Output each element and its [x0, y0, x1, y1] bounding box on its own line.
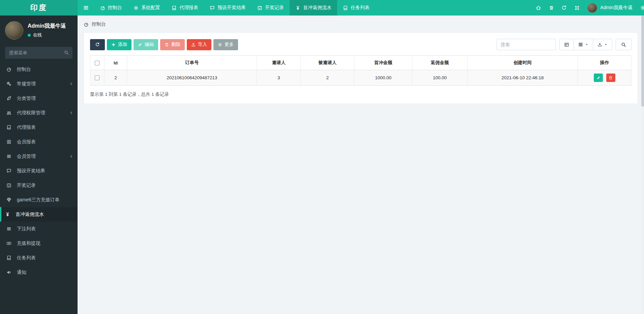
topnav-tab-task-list[interactable]: 任务列表: [337, 0, 375, 16]
home-icon[interactable]: [532, 0, 545, 16]
trash-icon[interactable]: [545, 0, 558, 16]
sidebar-item-preset-results[interactable]: 预设开奖结果: [0, 164, 78, 178]
sidebar-item-member-report[interactable]: 会员报表: [0, 135, 78, 149]
cell-invitee: 2: [301, 70, 354, 86]
topnav-tab-system-config[interactable]: 系统配置: [128, 0, 166, 16]
fullscreen-icon[interactable]: [570, 0, 583, 16]
delete-button[interactable]: 删除: [160, 39, 185, 50]
sidebar-item-recharge-withdraw[interactable]: 充值和提现: [0, 236, 78, 251]
sidebar-item-game6-recharge-orders[interactable]: game6三方充值订单: [0, 193, 78, 207]
row-checkbox[interactable]: [95, 76, 99, 80]
sidebar-user-panel: Admin我最牛逼 在线: [0, 16, 78, 44]
export-icon: [597, 42, 602, 47]
sidebar-username: Admin我最牛逼: [28, 23, 66, 30]
gauge-icon: [100, 5, 105, 10]
search-submit-button[interactable]: [616, 39, 632, 50]
column-header-inviter[interactable]: 邀请人: [257, 56, 301, 70]
column-header-order-no[interactable]: 订单号: [127, 56, 257, 70]
breadcrumb-label: 控制台: [92, 21, 106, 27]
add-button[interactable]: 添加: [107, 39, 131, 50]
cell-first-charge-amount: 1000.00: [354, 70, 412, 86]
search-icon: [64, 50, 69, 55]
chevron-left-icon: [69, 82, 73, 86]
topbar-right: Admin我最牛逼: [532, 0, 644, 16]
column-header-created-at[interactable]: 创建时间: [467, 56, 578, 70]
id-card-icon: [6, 139, 17, 144]
sidebar-item-bet-list[interactable]: 下注列表: [0, 222, 78, 236]
table-header-row: Id 订单号 邀请人 被邀请人 首冲金额 返佣金额 创建时间 操作: [90, 56, 632, 70]
user-menu[interactable]: Admin我最牛逼: [583, 3, 637, 13]
calendar-check-icon: [6, 183, 17, 188]
sidebar-item-dashboard[interactable]: 控制台: [0, 62, 78, 77]
book-icon: [6, 125, 17, 130]
column-header-id[interactable]: Id: [104, 56, 127, 70]
gear-icon[interactable]: [637, 0, 644, 16]
comment-icon: [6, 168, 17, 173]
topnav-tab-lottery-records[interactable]: 开奖记录: [252, 0, 290, 16]
scrollbar-thumb[interactable]: [641, 16, 644, 107]
avatar: [587, 3, 597, 13]
sidebar-item-lottery-records[interactable]: 开奖记录: [0, 178, 78, 193]
menu-search-input[interactable]: [5, 47, 72, 59]
chevron-left-icon: [69, 154, 73, 158]
topnav-tab-agent-report[interactable]: 代理报表: [166, 0, 204, 16]
sidebar-item-agent-permission-mgmt[interactable]: 代理权限管理: [0, 106, 78, 120]
cell-commission-amount: 100.00: [412, 70, 467, 86]
topnav-tab-first-charge-rebate[interactable]: 首冲返佣流水: [290, 0, 337, 16]
sidebar-toggle-button[interactable]: [78, 0, 94, 16]
toolbar-right: [497, 39, 632, 50]
toggle-view-button[interactable]: [559, 39, 574, 50]
yen-icon: [295, 5, 300, 10]
row-edit-button[interactable]: [594, 74, 603, 82]
cell-order-no: 20210610064209487213: [127, 70, 257, 86]
app-logo[interactable]: 印度: [0, 0, 78, 16]
users-icon: [6, 110, 17, 115]
main-content: 控制台 添加 编辑 删除 导入 更: [78, 16, 644, 314]
book-icon: [343, 5, 348, 10]
table-search-input[interactable]: [497, 39, 556, 50]
record-summary: 显示第 1 到第 1 条记录，总共 1 条记录: [90, 91, 632, 97]
cell-inviter: 3: [257, 70, 301, 86]
sidebar-item-first-charge-rebate[interactable]: 首冲返佣流水: [0, 207, 78, 222]
topnav-tab-preset-results[interactable]: 预设开奖结果: [204, 0, 252, 16]
bullhorn-icon: [6, 270, 17, 275]
gauge-icon: [6, 67, 17, 72]
sidebar-item-task-list[interactable]: 任务列表: [0, 251, 78, 265]
row-delete-button[interactable]: [606, 74, 615, 82]
username-label: Admin我最牛逼: [600, 5, 633, 11]
scrollbar-track[interactable]: [641, 16, 644, 314]
select-all-checkbox[interactable]: [95, 61, 99, 65]
caret-down-icon: [585, 43, 588, 46]
column-header-invitee[interactable]: 被邀请人: [301, 56, 354, 70]
list-icon: [6, 226, 17, 231]
clear-cache-icon[interactable]: [558, 0, 570, 16]
more-button[interactable]: 更多: [213, 39, 238, 50]
top-nav: 控制台 系统配置 代理报表 预设开奖结果 开奖记录 首冲返佣流水 任务列表: [78, 0, 375, 16]
sidebar-item-general-mgmt[interactable]: 常规管理: [0, 77, 78, 91]
import-button[interactable]: 导入: [187, 39, 211, 50]
sidebar-item-agent-report[interactable]: 代理报表: [0, 120, 78, 135]
topbar: 印度 控制台 系统配置 代理报表 预设开奖结果 开奖记录 首冲: [0, 0, 644, 16]
sidebar-menu: 控制台 常规管理 分类管理 代理权限管理 代理报表 会员报表 会员管理: [0, 62, 78, 280]
refresh-button[interactable]: [90, 39, 105, 50]
topnav-tab-dashboard[interactable]: 控制台: [94, 0, 128, 16]
breadcrumb: 控制台: [78, 16, 644, 32]
cell-id: 2: [104, 70, 127, 86]
edit-button[interactable]: 编辑: [134, 39, 158, 50]
column-header-commission-amount[interactable]: 返佣金额: [412, 56, 467, 70]
leaf-icon: [6, 96, 17, 101]
sidebar-item-member-mgmt[interactable]: 会员管理: [0, 149, 78, 164]
columns-button[interactable]: [574, 39, 593, 50]
status-dot-icon: [28, 34, 31, 37]
column-header-first-charge-amount[interactable]: 首冲金额: [354, 56, 412, 70]
sidebar-item-category-mgmt[interactable]: 分类管理: [0, 91, 78, 106]
list-icon: [6, 154, 17, 159]
chevron-left-icon: [69, 111, 73, 115]
column-header-actions: 操作: [578, 56, 632, 70]
caret-down-icon: [604, 43, 608, 46]
gem-icon: [6, 197, 17, 202]
table-row[interactable]: 2 20210610064209487213 3 2 1000.00 100.0…: [90, 70, 632, 86]
sidebar: Admin我最牛逼 在线 控制台 常规管理 分类管理 代理权限管理: [0, 16, 78, 314]
export-button[interactable]: [593, 39, 612, 50]
sidebar-item-notice[interactable]: 通知: [0, 265, 78, 280]
